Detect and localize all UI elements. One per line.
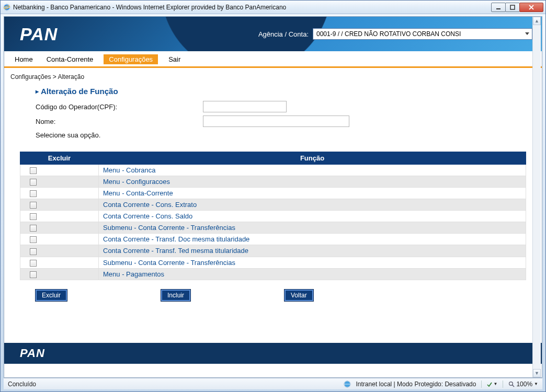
cpf-input[interactable] [203, 101, 287, 112]
table-row: Menu - Configuracoes [20, 176, 526, 188]
browser-viewport: PAN Agência / Conta: 0001-9 / / CRED NÃO… [4, 16, 542, 378]
table-row: Submenu - Conta Corrente - Transferência… [20, 257, 526, 268]
row-checkbox[interactable] [30, 202, 37, 209]
menu-home[interactable]: Home [12, 54, 36, 64]
function-name[interactable]: Submenu - Conta Corrente - Transferência… [99, 222, 526, 234]
checkbox-cell [20, 199, 99, 211]
checkbox-cell [20, 211, 99, 222]
logo: PAN [20, 24, 58, 44]
zone-text: Intranet local | Modo Protegido: Desativ… [356, 381, 476, 388]
footer-logo: PAN [20, 347, 45, 360]
function-table: Excluir Função Menu - CobrancaMenu - Con… [20, 152, 526, 280]
row-checkbox[interactable] [30, 167, 37, 174]
status-text: Concluído [8, 381, 36, 388]
row-checkbox[interactable] [30, 236, 37, 243]
function-name[interactable]: Conta Corrente - Transf. Doc mesma titul… [99, 234, 526, 245]
row-checkbox[interactable] [30, 260, 37, 267]
incluir-button[interactable]: Incluir [161, 290, 190, 301]
form-area: Código do Operador(CPF): Nome: Selecione… [4, 101, 542, 144]
svg-line-6 [513, 385, 514, 386]
function-name[interactable]: Conta Corrente - Cons. Saldo [99, 211, 526, 222]
checkbox-cell [20, 222, 99, 234]
ie-icon [3, 3, 11, 11]
menu-sair[interactable]: Sair [165, 54, 184, 64]
menu-conta-corrente[interactable]: Conta-Corrente [43, 54, 97, 64]
close-button[interactable] [519, 3, 543, 12]
svg-point-5 [509, 382, 513, 385]
function-name[interactable]: Conta Corrente - Transf. Ted mesma titul… [99, 245, 526, 257]
th-excluir: Excluir [20, 152, 99, 165]
checkbox-cell [20, 234, 99, 245]
function-name[interactable]: Conta Corrente - Cons. Extrato [99, 199, 526, 211]
zoom-icon[interactable]: 100% ▼ [508, 381, 538, 388]
voltar-button[interactable]: Voltar [285, 290, 313, 301]
row-checkbox[interactable] [30, 225, 37, 232]
checkbox-cell [20, 268, 99, 280]
footer: PAN [4, 343, 542, 364]
function-name[interactable]: Menu - Configuracoes [99, 176, 526, 188]
window-title: Netbanking - Banco Panamericano - Window… [13, 4, 492, 11]
checkbox-cell [20, 188, 99, 199]
table-row: Conta Corrente - Cons. Saldo [20, 211, 526, 222]
nome-label: Nome: [36, 118, 203, 125]
function-name[interactable]: Menu - Conta-Corrente [99, 188, 526, 199]
table-row: Menu - Cobranca [20, 165, 526, 176]
status-bar: Concluído Intranet local | Modo Protegid… [4, 378, 542, 389]
zone-icon [344, 381, 351, 388]
header-banner: PAN Agência / Conta: 0001-9 / / CRED NÃO… [4, 17, 542, 51]
svg-rect-2 [496, 8, 500, 9]
checkbox-cell [20, 176, 99, 188]
main-menu: Home Conta-Corrente Configurações Sair [4, 51, 542, 68]
svg-rect-3 [510, 5, 515, 9]
account-select[interactable]: 0001-9 / / CRED NÃO ROTATIVO CORBAN CONS… [313, 28, 532, 40]
instruction-text: Selecione sua opção. [36, 131, 510, 139]
vertical-scrollbar[interactable]: ▲ ▼ [532, 17, 541, 377]
row-checkbox[interactable] [30, 213, 37, 220]
breadcrumb: Configurações > Alteração [4, 68, 542, 84]
table-row: Menu - Conta-Corrente [20, 188, 526, 199]
checkbox-cell [20, 165, 99, 176]
th-funcao: Função [99, 152, 526, 165]
action-row: Excluir Incluir Voltar [4, 280, 542, 301]
function-name[interactable]: Menu - Pagamentos [99, 268, 526, 280]
minimize-button[interactable] [491, 3, 506, 12]
row-checkbox[interactable] [30, 248, 37, 255]
protected-mode-icon[interactable]: ▼ [487, 382, 497, 387]
checkbox-cell [20, 257, 99, 268]
table-row: Conta Corrente - Transf. Ted mesma titul… [20, 245, 526, 257]
checkbox-cell [20, 245, 99, 257]
page: PAN Agência / Conta: 0001-9 / / CRED NÃO… [4, 17, 542, 377]
titlebar: Netbanking - Banco Panamericano - Window… [1, 1, 545, 14]
excluir-button[interactable]: Excluir [36, 290, 67, 301]
account-selector-group: Agência / Conta: 0001-9 / / CRED NÃO ROT… [258, 28, 532, 40]
zoom-text: 100% [516, 381, 532, 388]
table-row: Menu - Pagamentos [20, 268, 526, 280]
row-checkbox[interactable] [30, 190, 37, 197]
window: Netbanking - Banco Panamericano - Window… [0, 0, 546, 392]
page-title: Alteração de Função [4, 84, 542, 101]
table-row: Submenu - Conta Corrente - Transferência… [20, 222, 526, 234]
scroll-down-icon[interactable]: ▼ [533, 369, 541, 377]
cpf-label: Código do Operador(CPF): [36, 103, 203, 111]
maximize-button[interactable] [505, 3, 520, 12]
function-name[interactable]: Submenu - Conta Corrente - Transferência… [99, 257, 526, 268]
menu-configuracoes[interactable]: Configurações [104, 54, 158, 64]
function-name[interactable]: Menu - Cobranca [99, 165, 526, 176]
row-checkbox[interactable] [30, 179, 37, 186]
table-row: Conta Corrente - Transf. Doc mesma titul… [20, 234, 526, 245]
table-row: Conta Corrente - Cons. Extrato [20, 199, 526, 211]
account-label: Agência / Conta: [258, 30, 309, 38]
scroll-up-icon[interactable]: ▲ [533, 17, 541, 25]
nome-input[interactable] [203, 116, 349, 127]
row-checkbox[interactable] [30, 271, 37, 278]
